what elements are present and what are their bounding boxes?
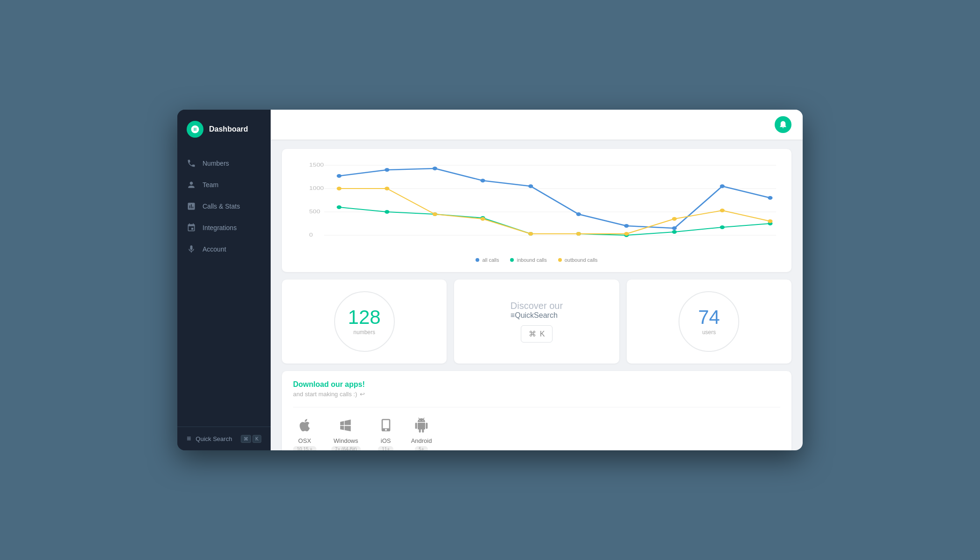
sidebar-nav: Numbers Team Calls & Stats <box>177 149 271 427</box>
ios-icon <box>376 415 396 435</box>
sidebar-item-integrations-label: Integrations <box>203 224 237 231</box>
svg-point-14 <box>624 224 629 228</box>
download-title: Download our apps! <box>293 380 780 389</box>
svg-point-12 <box>528 184 533 188</box>
stats-row: 128 numbers Discover our ≡QuickSearch ⌘ … <box>282 280 791 364</box>
svg-text:500: 500 <box>309 209 320 214</box>
kbd-shortcut: ⌘ K <box>241 435 261 443</box>
legend-all-calls: all calls <box>476 257 499 263</box>
svg-point-34 <box>624 232 629 236</box>
android-icon <box>411 415 432 435</box>
sidebar-item-integrations[interactable]: Integrations <box>177 217 271 238</box>
app-windows[interactable]: Windows 7+ (64-Bit) <box>331 415 361 450</box>
sidebar-header: Dashboard <box>177 110 271 149</box>
numbers-value: 128 <box>348 308 381 327</box>
phone-icon <box>187 159 196 168</box>
legend-dot-inbound <box>510 258 514 262</box>
svg-point-8 <box>337 174 342 178</box>
app-title: Dashboard <box>209 125 248 133</box>
ios-name: iOS <box>381 437 391 444</box>
windows-version: 7+ (64-Bit) <box>331 446 361 450</box>
svg-point-16 <box>720 184 725 188</box>
numbers-label: numbers <box>353 329 375 336</box>
people-icon <box>187 180 196 189</box>
logo <box>187 121 203 138</box>
svg-point-31 <box>480 217 485 221</box>
osx-name: OSX <box>298 437 311 444</box>
app-osx[interactable]: OSX 10.15 + <box>293 415 316 450</box>
sidebar-item-numbers[interactable]: Numbers <box>177 153 271 174</box>
discover-kbd-cmd: ⌘ <box>529 329 536 338</box>
osx-icon <box>294 415 315 435</box>
svg-point-9 <box>385 168 389 172</box>
numbers-stat-card: 128 numbers <box>282 280 447 364</box>
svg-point-33 <box>576 232 581 236</box>
discover-kbd-k: K <box>540 330 545 338</box>
legend-outbound-calls: outbound calls <box>558 257 598 263</box>
mic-icon <box>187 245 196 254</box>
chart-container: 1500 1000 500 0 <box>291 158 782 252</box>
users-label: users <box>702 329 716 336</box>
svg-point-25 <box>672 230 677 234</box>
download-card: Download our apps! and start making call… <box>282 371 791 450</box>
users-stat-card: 74 users <box>627 280 791 364</box>
quick-search-footer[interactable]: ≡ Quick Search ⌘ K <box>177 427 271 450</box>
discover-card: Discover our ≡QuickSearch ⌘ K <box>454 280 619 364</box>
sidebar-item-numbers-label: Numbers <box>203 160 229 167</box>
download-subtitle: and start making calls :) ↩ <box>293 391 780 398</box>
kbd-k: K <box>252 435 261 443</box>
android-name: Android <box>411 437 432 444</box>
sidebar-item-account-label: Account <box>203 245 226 253</box>
svg-point-37 <box>768 219 772 223</box>
legend-dot-all <box>476 258 479 262</box>
sidebar-item-calls-stats[interactable]: Calls & Stats <box>177 196 271 217</box>
svg-point-32 <box>528 232 533 236</box>
ios-version: 11+ <box>378 446 393 450</box>
chart-icon <box>187 202 196 211</box>
svg-point-35 <box>672 217 677 221</box>
svg-point-15 <box>672 226 677 230</box>
svg-point-10 <box>433 167 437 170</box>
content-area: 1500 1000 500 0 <box>271 140 803 450</box>
windows-name: Windows <box>334 437 358 444</box>
svg-point-30 <box>433 212 437 216</box>
osx-version: 10.15 + <box>293 446 316 450</box>
svg-text:1500: 1500 <box>309 162 323 168</box>
calls-chart: 1500 1000 500 0 <box>291 158 782 252</box>
notification-button[interactable] <box>775 116 791 133</box>
svg-point-18 <box>337 205 342 209</box>
android-version: 5+ <box>415 446 427 450</box>
discover-title: Discover our <box>511 301 563 311</box>
svg-text:1000: 1000 <box>309 185 323 191</box>
integrations-icon <box>187 223 196 232</box>
apps-row: OSX 10.15 + Windows 7+ (64-Bit) <box>293 407 780 450</box>
sidebar-item-team-label: Team <box>203 181 218 189</box>
windows-icon <box>336 415 356 435</box>
kbd-cmd: ⌘ <box>241 435 251 443</box>
numbers-circle: 128 numbers <box>334 291 395 352</box>
sidebar-item-team[interactable]: Team <box>177 174 271 196</box>
chart-card: 1500 1000 500 0 <box>282 149 791 272</box>
app-frame: Dashboard Numbers Team <box>177 110 803 450</box>
discover-brand: ≡QuickSearch <box>511 311 563 320</box>
main-content: 1500 1000 500 0 <box>271 110 803 450</box>
users-circle: 74 users <box>679 291 739 352</box>
sidebar-item-account[interactable]: Account <box>177 238 271 260</box>
svg-point-11 <box>480 179 485 182</box>
quick-search-icon: ≡ <box>187 434 191 443</box>
discover-kbd-combo[interactable]: ⌘ K <box>521 325 553 343</box>
svg-text:0: 0 <box>309 232 313 238</box>
svg-point-36 <box>720 209 725 212</box>
app-ios[interactable]: iOS 11+ <box>376 415 396 450</box>
chart-legend: all calls inbound calls outbound calls <box>291 257 782 263</box>
quick-search-label: Quick Search <box>196 435 236 442</box>
sidebar-item-calls-label: Calls & Stats <box>203 203 240 210</box>
svg-point-26 <box>720 225 725 229</box>
svg-point-17 <box>768 196 772 200</box>
legend-dot-outbound <box>558 258 562 262</box>
sidebar: Dashboard Numbers Team <box>177 110 271 450</box>
legend-inbound-calls: inbound calls <box>510 257 546 263</box>
svg-point-29 <box>385 187 389 190</box>
svg-point-19 <box>385 210 389 214</box>
app-android[interactable]: Android 5+ <box>411 415 432 450</box>
